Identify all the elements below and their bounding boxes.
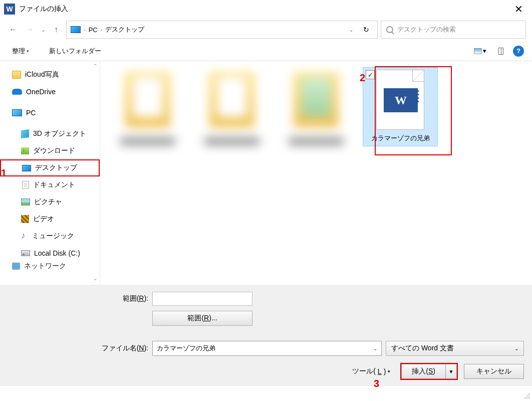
scroll-up-button[interactable]: ⌃: [92, 63, 99, 70]
tree-item--[interactable]: ダウンロード: [0, 142, 100, 159]
file-item-selected[interactable]: ✓ W カラマーゾフの兄弟: [363, 67, 438, 146]
search-input[interactable]: デスクトップの検索: [381, 21, 526, 39]
range-input[interactable]: [152, 292, 252, 306]
titlebar: W ファイルの挿入 ✕: [0, 0, 532, 18]
filename-value: カラマーゾフの兄弟: [157, 344, 215, 353]
tree-item--[interactable]: ドキュメント: [0, 176, 100, 193]
dl-icon: [21, 147, 29, 154]
annotation-number-2: 2: [360, 72, 365, 84]
disk-icon: [21, 250, 30, 256]
tree-item--[interactable]: デスクトップ: [0, 159, 100, 176]
forward-button[interactable]: →: [23, 23, 37, 37]
doc-icon: [22, 181, 29, 189]
history-dropdown[interactable]: ⌄: [40, 27, 46, 33]
blurred-file-item[interactable]: [194, 67, 270, 147]
cancel-button[interactable]: キャンセル: [464, 364, 524, 379]
range-label: 範囲(R):: [8, 294, 148, 303]
tree-item-3d-[interactable]: 3D オブジェクト: [0, 125, 100, 142]
word-document-icon: W: [376, 70, 424, 130]
range-dialog-button[interactable]: 範囲(R)...: [152, 311, 252, 326]
path-segment-current[interactable]: デスクトップ: [105, 25, 144, 34]
tree-item--[interactable]: ピクチャ: [0, 193, 100, 211]
cloud-icon: [12, 89, 22, 95]
tree-item-label: ビデオ: [33, 215, 54, 224]
chevron-down-icon: ⌄: [373, 346, 377, 351]
file-checkbox[interactable]: ✓: [366, 70, 375, 79]
tree-item-onedrive[interactable]: OneDrive: [0, 83, 100, 100]
annotation-number-3: 3: [374, 378, 379, 389]
navigation-bar: ← → ⌄ ↑ › PC › デスクトップ ⌄ ↻ デスクトップの検索: [0, 18, 532, 41]
insert-split-button[interactable]: ▼: [446, 364, 457, 379]
close-button[interactable]: ✕: [509, 2, 528, 16]
refresh-button[interactable]: ↻: [359, 26, 373, 34]
tree-item-label: PC: [26, 109, 36, 117]
tree-item-local-disk-c-[interactable]: Local Disk (C:): [0, 245, 100, 262]
tree-item-label: ネットワーク: [24, 262, 66, 271]
tree-item-label: ミュージック: [32, 232, 74, 241]
path-segment-pc[interactable]: PC: [89, 26, 98, 34]
vid-icon: [21, 215, 29, 223]
tree-item-label: ダウンロード: [33, 146, 75, 155]
dialog-title: ファイルの挿入: [19, 5, 68, 14]
filename-label: ファイル名(N):: [8, 344, 148, 353]
word-app-icon: W: [4, 4, 15, 15]
help-button[interactable]: ?: [513, 46, 524, 57]
blurred-file-item[interactable]: [279, 67, 354, 147]
desk-icon: [22, 165, 31, 171]
chevron-down-icon: ⌄: [514, 346, 518, 351]
file-label: カラマーゾフの兄弟: [365, 133, 435, 144]
tree-item-label: ドキュメント: [33, 180, 75, 189]
chevron-right-icon: ›: [84, 27, 86, 33]
folder-icon: [12, 71, 21, 79]
new-folder-button[interactable]: 新しいフォルダー: [45, 44, 105, 59]
resize-grip[interactable]: [524, 393, 530, 399]
search-placeholder: デスクトップの検索: [397, 25, 456, 34]
insert-button[interactable]: 挿入(S): [401, 364, 446, 379]
tree-item-label: iCloud写真: [25, 70, 59, 79]
blurred-file-item[interactable]: [110, 67, 185, 147]
address-bar[interactable]: › PC › デスクトップ ⌄ ↻: [66, 21, 378, 39]
folder-tree: ⌃ iCloud写真OneDrivePC3D オブジェクトダウンロードデスクトッ…: [0, 61, 100, 285]
annotation-number-1: 1: [1, 167, 7, 179]
main-area: ⌃ iCloud写真OneDrivePC3D オブジェクトダウンロードデスクトッ…: [0, 61, 532, 285]
chevron-right-icon: ›: [101, 27, 103, 33]
preview-pane-button[interactable]: [492, 45, 510, 58]
bottom-panel: 範囲(R): 範囲(R)... ファイル名(N): カラマーゾフの兄弟 ⌄ すべ…: [0, 285, 532, 386]
filetype-combobox[interactable]: すべての Word 文書 ⌄: [386, 341, 524, 356]
pc-icon: [12, 109, 22, 116]
toolbar: 整理▾ 新しいフォルダー ▾ ?: [0, 41, 532, 61]
address-history-dropdown[interactable]: ⌄: [346, 27, 356, 33]
search-icon: [386, 26, 393, 33]
up-button[interactable]: ↑: [49, 23, 63, 37]
mus-icon: ♪: [21, 232, 28, 240]
tree-item-label: デスクトップ: [35, 163, 77, 172]
filename-combobox[interactable]: カラマーゾフの兄弟 ⌄: [152, 341, 382, 356]
file-list: ✓ W カラマーゾフの兄弟: [100, 61, 532, 285]
tree-item--[interactable]: ネットワーク: [0, 262, 100, 271]
back-button[interactable]: ←: [6, 23, 20, 37]
tree-item-pc[interactable]: PC: [0, 104, 100, 121]
tree-item-label: OneDrive: [26, 88, 56, 96]
tree-item-label: Local Disk (C:): [34, 249, 80, 257]
tree-item-label: ピクチャ: [34, 197, 62, 207]
tree-item--[interactable]: ♪ミュージック: [0, 228, 100, 245]
view-mode-button[interactable]: ▾: [471, 45, 489, 58]
3d-icon: [21, 129, 29, 138]
scroll-down-button[interactable]: ⌄: [92, 276, 99, 283]
annotation-box-3: 挿入(S) ▼: [400, 363, 458, 380]
filetype-value: すべての Word 文書: [391, 344, 454, 353]
tree-item-label: 3D オブジェクト: [33, 129, 86, 138]
tree-item-icloud-[interactable]: iCloud写真: [0, 66, 100, 83]
pic-icon: [21, 198, 30, 206]
pc-icon: [71, 26, 81, 33]
tree-item--[interactable]: ビデオ: [0, 211, 100, 228]
tools-menu[interactable]: ツール(L) ▾: [352, 367, 390, 376]
net-icon: [12, 263, 20, 270]
organize-button[interactable]: 整理▾: [8, 44, 33, 59]
